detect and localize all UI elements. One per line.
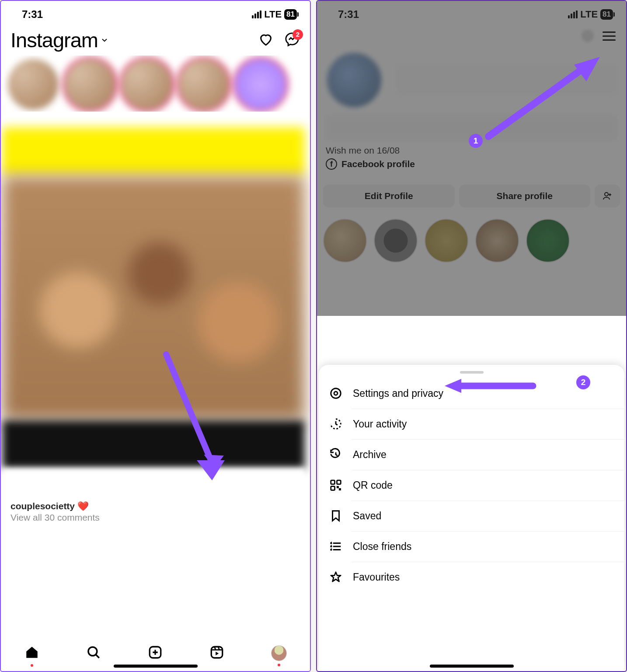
svg-rect-2 [211, 647, 223, 658]
menu-label: Archive [353, 449, 387, 461]
search-icon [86, 645, 101, 660]
story-item[interactable] [178, 59, 229, 110]
nav-reels[interactable] [209, 645, 224, 662]
star-icon [329, 570, 342, 584]
status-right: LTE 81 [568, 9, 613, 20]
signal-icon [568, 10, 578, 18]
status-bar: 7:31 LTE 81 [1, 1, 310, 24]
network-label: LTE [580, 9, 598, 20]
sheet-drag-handle[interactable] [460, 371, 484, 374]
view-comments-link[interactable]: View all 30 comments [10, 512, 300, 523]
svg-point-0 [88, 647, 97, 656]
menu-item-favourites[interactable]: Favourites [319, 562, 624, 592]
home-indicator [430, 665, 514, 668]
bookmark-icon [329, 509, 342, 522]
reels-icon [209, 645, 224, 660]
add-person-icon [602, 191, 613, 201]
facebook-icon: f [326, 158, 337, 170]
svg-point-15 [331, 549, 332, 550]
svg-point-13 [331, 542, 332, 544]
story-item[interactable] [8, 59, 59, 110]
sheet-list: Settings and privacy Your activity Archi… [319, 376, 624, 594]
story-item[interactable] [122, 59, 172, 110]
menu-label: Favourites [353, 571, 400, 583]
annotation-step-1: 1 [469, 134, 483, 148]
dm-badge: 2 [293, 29, 303, 40]
highlights-tray[interactable] [317, 207, 626, 264]
status-right: LTE 81 [252, 9, 297, 20]
profile-header [317, 24, 626, 47]
status-time: 7:31 [338, 8, 359, 21]
svg-point-14 [331, 546, 332, 547]
stories-tray[interactable] [1, 56, 310, 112]
highlight-item[interactable] [526, 219, 570, 262]
nav-profile[interactable] [271, 645, 287, 661]
highlight-item[interactable] [323, 219, 367, 262]
profile-screen: 7:31 LTE 81 Wish me on 16/08 f Facebook … [317, 1, 626, 264]
activity-icon [329, 417, 342, 430]
battery-icon: 81 [284, 9, 297, 20]
svg-rect-9 [337, 480, 341, 484]
highlight-item[interactable] [374, 219, 418, 262]
heart-icon [258, 32, 273, 47]
header-actions: 2 [258, 32, 300, 49]
battery-icon: 81 [600, 9, 613, 20]
hamburger-menu-button[interactable] [603, 32, 616, 41]
menu-item-qr[interactable]: QR code [319, 470, 624, 500]
menu-bottom-sheet: Settings and privacy Your activity Archi… [319, 365, 624, 671]
story-item[interactable] [235, 59, 286, 110]
menu-item-activity[interactable]: Your activity [319, 409, 624, 439]
post-media [2, 175, 305, 420]
messenger-button[interactable]: 2 [285, 32, 300, 49]
profile-bio: Wish me on 16/08 [326, 145, 617, 156]
profile-avatar[interactable] [326, 52, 383, 108]
highlight-item[interactable] [475, 219, 519, 262]
highlight-item[interactable] [425, 219, 468, 262]
edit-profile-button[interactable]: Edit Profile [323, 185, 455, 207]
svg-rect-12 [339, 489, 341, 490]
svg-point-7 [334, 392, 338, 395]
feed-post[interactable] [2, 127, 305, 499]
chevron-down-icon [101, 36, 108, 44]
plus-square-icon [148, 645, 163, 660]
heart-emoji-icon: ❤️ [77, 501, 89, 511]
menu-item-saved[interactable]: Saved [319, 500, 624, 531]
logo-text: Instagram [10, 28, 98, 52]
status-bar: 7:31 LTE 81 [317, 1, 626, 24]
screenshot-feed: 7:31 LTE 81 Instagram 2 [0, 0, 311, 672]
svg-rect-10 [331, 486, 335, 490]
instagram-logo[interactable]: Instagram [10, 28, 108, 52]
svg-rect-8 [331, 480, 335, 484]
post-banner [2, 127, 305, 175]
profile-info: Wish me on 16/08 f Facebook profile [317, 47, 626, 174]
menu-label: Close friends [353, 541, 411, 553]
menu-item-close-friends[interactable]: Close friends [319, 531, 624, 562]
home-indicator [114, 665, 198, 668]
home-icon [24, 645, 39, 660]
menu-item-archive[interactable]: Archive [319, 439, 624, 470]
profile-avatar-icon [271, 645, 287, 661]
story-item[interactable] [65, 59, 115, 110]
gear-icon [329, 387, 342, 400]
post-username[interactable]: couplesocietty ❤️ [10, 501, 300, 511]
status-time: 7:31 [22, 8, 43, 21]
post-actions-blur [2, 469, 305, 499]
svg-point-4 [605, 192, 608, 196]
nav-dot-icon [31, 664, 33, 667]
nav-create[interactable] [148, 645, 163, 662]
screenshot-profile-menu: 7:31 LTE 81 Wish me on 16/08 f Facebook … [316, 0, 627, 672]
network-label: LTE [264, 9, 282, 20]
menu-label: Settings and privacy [353, 388, 443, 399]
menu-label: Your activity [353, 418, 407, 430]
profile-stats[interactable] [396, 65, 617, 95]
discover-people-button[interactable] [595, 185, 620, 207]
svg-rect-11 [337, 486, 339, 488]
facebook-profile-link[interactable]: f Facebook profile [326, 158, 617, 170]
close-friends-icon [329, 540, 342, 553]
post-meta: couplesocietty ❤️ View all 30 comments [1, 499, 310, 525]
nav-home[interactable] [24, 645, 39, 662]
nav-search[interactable] [86, 645, 101, 662]
create-button[interactable] [582, 30, 594, 42]
activity-button[interactable] [258, 32, 273, 49]
share-profile-button[interactable]: Share profile [459, 185, 591, 207]
